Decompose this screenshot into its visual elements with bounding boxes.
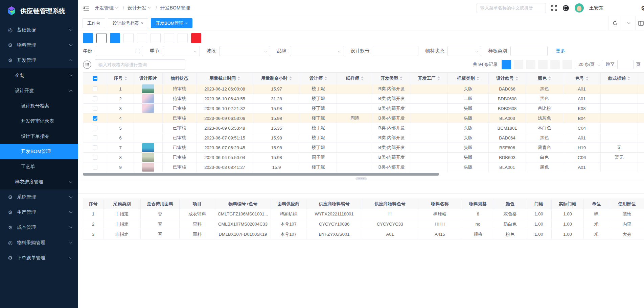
filter-input[interactable]: [373, 46, 418, 56]
row-checkbox[interactable]: [83, 113, 107, 123]
filter-input[interactable]: [447, 46, 481, 56]
action-button[interactable]: [178, 33, 188, 43]
col-style_no[interactable]: 设计款号: [489, 73, 526, 84]
col-designer[interactable]: 设计师: [300, 73, 337, 84]
page-button[interactable]: [502, 60, 511, 69]
fullscreen-icon[interactable]: [551, 5, 557, 11]
page-button[interactable]: [550, 60, 560, 69]
breadcrumb-item[interactable]: 设计开发 /: [128, 5, 160, 11]
sidebar-item[interactable]: 开发BOM管理: [0, 144, 78, 159]
filter-input[interactable]: [163, 46, 200, 56]
table-row[interactable]: 1待审核2023-06-12 06:00:0815.97楼丁妮B类-内部开发头版…: [83, 84, 644, 94]
col-factory[interactable]: 开发工厂: [410, 73, 448, 84]
sort-icon[interactable]: [324, 76, 327, 80]
row-checkbox[interactable]: [83, 143, 107, 153]
table-row[interactable]: 2待审核2023-06-10 06:43:5531.28楼丁妮B类-内部开发二版…: [83, 94, 644, 104]
sort-icon[interactable]: [124, 76, 127, 80]
chevron-down-icon[interactable]: [622, 16, 635, 30]
page-button[interactable]: [526, 60, 535, 69]
page-size-select[interactable]: 20 条/页: [575, 60, 603, 69]
col-dev_type[interactable]: 开发类型: [373, 73, 410, 84]
sidebar-item[interactable]: 开发评审记录表: [0, 113, 78, 129]
breadcrumb-item[interactable]: 开发BOM管理: [160, 5, 190, 11]
sort-icon[interactable]: [627, 76, 630, 80]
page-button[interactable]: [538, 60, 548, 69]
col-style_desc[interactable]: 款式描述: [601, 73, 638, 84]
action-button[interactable]: [123, 33, 134, 43]
close-icon[interactable]: ×: [185, 21, 188, 26]
sort-icon[interactable]: [548, 76, 551, 80]
col-hours[interactable]: 用量剩余小时: [253, 73, 300, 84]
sidebar-item[interactable]: 企划: [0, 68, 78, 83]
table-row[interactable]: 9已审核2023-06-03 08:41:2715.9楼丁妮B类-内部开发头版B…: [83, 162, 644, 172]
action-button[interactable]: [191, 33, 201, 43]
col-seq[interactable]: 序号: [107, 73, 134, 84]
page-tab[interactable]: 开发BOM管理 ×: [151, 18, 192, 28]
design-image[interactable]: [142, 94, 154, 103]
filter-input[interactable]: [510, 46, 548, 56]
action-button[interactable]: [83, 33, 93, 43]
column-settings-icon[interactable]: [83, 60, 91, 69]
table-row[interactable]: 4已审核2023-06-09 06:53:0615.98楼丁妮周涛B类-内部开发…: [83, 113, 644, 123]
sidebar-item[interactable]: 设计款号档案: [0, 98, 78, 113]
action-button[interactable]: [96, 33, 107, 43]
row-checkbox[interactable]: [83, 153, 107, 162]
page-tab[interactable]: 设计款号档案 ×: [108, 18, 148, 28]
filter-input[interactable]: [220, 46, 270, 56]
sidebar-collapse-icon[interactable]: [83, 5, 89, 11]
sort-icon[interactable]: [400, 76, 402, 80]
sidebar-item[interactable]: ⚙ 成本管理: [0, 220, 78, 235]
menu-search-input[interactable]: [477, 3, 546, 13]
action-button[interactable]: [110, 33, 120, 43]
design-image[interactable]: [142, 153, 154, 162]
col-color_no[interactable]: 色号: [563, 73, 601, 84]
row-checkbox[interactable]: [83, 162, 107, 172]
sidebar-item[interactable]: ⚙ 系统管理: [0, 189, 78, 205]
row-checkbox[interactable]: [83, 123, 107, 133]
breadcrumb-item[interactable]: 开发管理 /: [95, 5, 128, 11]
sort-icon[interactable]: [477, 76, 479, 80]
sort-icon[interactable]: [237, 76, 240, 80]
sidebar-item[interactable]: ◎ 基础数据: [0, 22, 78, 37]
action-button[interactable]: [151, 33, 161, 43]
sidebar-item[interactable]: 工艺单: [0, 159, 78, 174]
layout-icon[interactable]: [635, 16, 644, 30]
select-all-checkbox[interactable]: [83, 73, 107, 84]
refresh-icon[interactable]: [608, 16, 622, 30]
table-row[interactable]: 2非指定否里料CMLBX107MS02004C33本兮107CYCYCY1008…: [83, 219, 644, 229]
sort-icon[interactable]: [515, 76, 518, 80]
sort-icon[interactable]: [437, 76, 440, 80]
table-row[interactable]: 5已审核2023-06-09 05:53:4815.35楼丁妮B类-内部开发头版…: [83, 123, 644, 133]
horizontal-scrollbar[interactable]: [83, 173, 639, 176]
filter-input[interactable]: [96, 46, 143, 56]
sidebar-item[interactable]: ⚙ 生产管理: [0, 205, 78, 220]
design-image[interactable]: [142, 104, 154, 113]
sidebar-item[interactable]: 设计开发: [0, 83, 78, 98]
page-tab[interactable]: 工作台: [83, 18, 105, 28]
jump-page-input[interactable]: [617, 60, 634, 69]
row-checkbox[interactable]: [83, 104, 107, 113]
avatar[interactable]: [575, 3, 584, 12]
table-row[interactable]: 3已审核2023-06-10 02:21:3215.98楼丁妮B类-内部开发头版…: [83, 104, 644, 113]
settings-gear-icon[interactable]: ⚙: [641, 5, 644, 12]
panel-resize-handle[interactable]: [355, 177, 367, 180]
close-icon[interactable]: ×: [141, 21, 143, 26]
page-button[interactable]: [514, 60, 523, 69]
sort-icon[interactable]: [289, 76, 292, 80]
table-row[interactable]: 1非指定否成衣辅料CMLTGFZ106MS01001...特高纺织WYFX202…: [83, 209, 644, 219]
sidebar-item[interactable]: 设计下单指令: [0, 129, 78, 144]
table-row[interactable]: 7已审核2023-06-07 06:23:4515.98楼丁妮B类-内部开发头版…: [83, 143, 644, 153]
sidebar-item[interactable]: ⚙ 物料管理: [0, 37, 78, 53]
design-image[interactable]: [142, 143, 154, 152]
more-filters-link[interactable]: 更多: [556, 48, 565, 54]
row-checkbox[interactable]: [83, 84, 107, 94]
sort-icon[interactable]: [361, 76, 364, 80]
sidebar-item[interactable]: 样衣进度管理: [0, 174, 78, 189]
design-image[interactable]: [142, 163, 154, 172]
col-deadline[interactable]: 用量截止时间: [197, 73, 253, 84]
row-checkbox[interactable]: [83, 94, 107, 104]
page-button[interactable]: [562, 60, 572, 69]
table-row[interactable]: 3非指定否面料DMLBX107FD01005K19本兮107BYFZYXGS00…: [83, 229, 644, 239]
sidebar-item[interactable]: ◎ 物料采购管理: [0, 235, 78, 250]
sort-icon[interactable]: [586, 76, 589, 80]
